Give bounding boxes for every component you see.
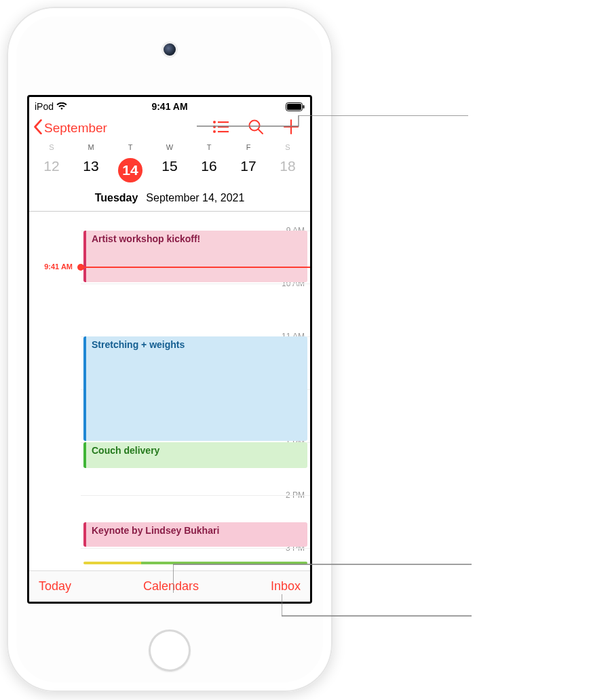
- list-view-icon[interactable]: [212, 120, 229, 136]
- inbox-button[interactable]: Inbox: [271, 579, 301, 594]
- weekday-label: S: [268, 143, 307, 151]
- event-artist-workshop[interactable]: Artist workshop kickoff!: [83, 231, 307, 282]
- home-button[interactable]: [149, 629, 191, 672]
- date-row: 12 13 14 15 16 17 18: [32, 154, 307, 187]
- weekday-label: T: [189, 143, 229, 151]
- add-icon[interactable]: [283, 119, 299, 138]
- full-date-label: TuesdaySeptember 14, 2021: [32, 187, 307, 211]
- date-cell[interactable]: 17: [229, 154, 268, 187]
- status-bar: iPod 9:41 AM: [29, 97, 310, 113]
- svg-rect-6: [218, 126, 229, 128]
- bottom-toolbar: Today Calendars Inbox: [29, 570, 310, 602]
- status-time: 9:41 AM: [29, 101, 310, 112]
- today-button[interactable]: Today: [39, 579, 71, 594]
- status-left: iPod: [35, 101, 67, 112]
- date-cell[interactable]: 15: [150, 154, 189, 187]
- back-button[interactable]: September: [33, 119, 107, 138]
- weekday-row: S M T W T F S: [32, 143, 307, 151]
- date-cell-selected[interactable]: 14: [111, 154, 150, 187]
- date-cell[interactable]: 16: [189, 154, 229, 187]
- event-stretching[interactable]: Stretching + weights: [83, 336, 307, 441]
- svg-point-7: [213, 130, 216, 133]
- svg-point-5: [213, 125, 216, 128]
- event-title: Couch delivery: [92, 445, 159, 456]
- chevron-left-icon: [33, 119, 43, 138]
- date-cell[interactable]: 12: [32, 154, 71, 187]
- weekday-label: F: [229, 143, 268, 151]
- device-frame: iPod 9:41 AM September: [7, 7, 332, 692]
- svg-point-9: [250, 121, 260, 131]
- svg-point-3: [213, 121, 216, 123]
- svg-rect-2: [303, 105, 305, 109]
- weekday-label: M: [71, 143, 111, 151]
- front-camera: [164, 43, 176, 56]
- svg-rect-8: [218, 131, 229, 132]
- hour-line: [81, 284, 310, 284]
- status-right: [286, 102, 305, 111]
- event-keynote[interactable]: Keynote by Lindsey Bukhari: [83, 522, 307, 547]
- date-cell[interactable]: 13: [71, 154, 111, 187]
- event-couch-delivery[interactable]: Couch delivery: [83, 442, 307, 468]
- allday-strip[interactable]: [83, 562, 307, 564]
- now-line: [81, 267, 310, 268]
- full-date-dow: Tuesday: [95, 192, 138, 203]
- wifi-icon: [56, 102, 67, 111]
- svg-rect-1: [287, 104, 301, 110]
- weekday-label: S: [32, 143, 71, 151]
- carrier-label: iPod: [35, 101, 54, 112]
- weekday-label: W: [150, 143, 189, 151]
- search-icon[interactable]: [248, 119, 264, 138]
- hour-line: [81, 495, 310, 496]
- screen: iPod 9:41 AM September: [27, 95, 312, 604]
- full-date-text: September 14, 2021: [146, 192, 244, 203]
- nav-icons: [212, 113, 306, 143]
- timeline[interactable]: 9 AM 10 AM 11 AM Noon 1 PM 2 PM 3 PM Art…: [29, 212, 310, 564]
- weekday-label: T: [111, 143, 150, 151]
- week-header: S M T W T F S 12 13 14 15 16 17 18 Tuesd…: [29, 143, 310, 211]
- now-dot: [77, 264, 84, 271]
- svg-rect-4: [218, 121, 229, 123]
- nav-bar: September: [29, 113, 310, 143]
- now-time-label: 9:41 AM: [29, 262, 78, 271]
- calendars-button[interactable]: Calendars: [143, 579, 199, 594]
- date-cell[interactable]: 18: [268, 154, 307, 187]
- event-title: Artist workshop kickoff!: [92, 233, 200, 244]
- battery-icon: [286, 102, 305, 111]
- svg-line-10: [259, 130, 263, 134]
- back-label: September: [44, 121, 107, 136]
- hour-line: [81, 548, 310, 549]
- event-title: Stretching + weights: [92, 339, 185, 350]
- event-title: Keynote by Lindsey Bukhari: [92, 525, 219, 536]
